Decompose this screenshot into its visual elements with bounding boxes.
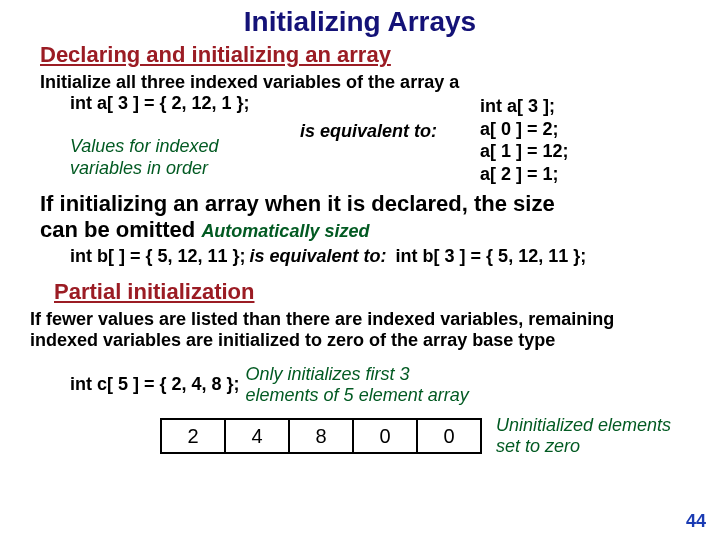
example-1-code: int a[ 3 ] = { 2, 12, 1 }; — [40, 93, 300, 114]
example-3-code: int c[ 5 ] = { 2, 4, 8 }; — [70, 374, 240, 395]
note-line: Values for indexed — [70, 136, 218, 156]
note-line: variables in order — [70, 158, 208, 178]
para-line: can be omitted — [40, 217, 195, 242]
note-line: elements of 5 element array — [246, 385, 469, 405]
paragraph-partial: If fewer values are listed than there ar… — [30, 309, 680, 352]
auto-sized-note: Automatically sized — [201, 221, 369, 241]
example-3-note: Only initializes first 3 elements of 5 e… — [246, 364, 469, 405]
paragraph-size-omitted: If initializing an array when it is decl… — [40, 191, 680, 244]
para-line: If initializing an array when it is decl… — [40, 191, 555, 216]
section-heading-declaring: Declaring and initializing an array — [40, 42, 680, 68]
example-1-left: int a[ 3 ] = { 2, 12, 1 }; Values for in… — [40, 93, 300, 179]
array-cell: 0 — [352, 418, 418, 454]
example-1-note: Values for indexed variables in order — [40, 136, 300, 179]
example-2-left: int b[ ] = { 5, 12, 11 }; — [70, 246, 246, 267]
note-line: set to zero — [496, 436, 580, 456]
array-cell: 8 — [288, 418, 354, 454]
code-line: a[ 2 ] = 1; — [480, 163, 680, 186]
example-2: int b[ ] = { 5, 12, 11 }; is equivalent … — [40, 246, 680, 267]
slide: Initializing Arrays Declaring and initia… — [0, 0, 720, 540]
slide-title: Initializing Arrays — [40, 6, 680, 38]
code-line: a[ 0 ] = 2; — [480, 118, 680, 141]
note-line: Uninitialized elements — [496, 415, 671, 435]
uninitialized-note: Uninitialized elements set to zero — [496, 415, 671, 456]
array-cell: 0 — [416, 418, 482, 454]
example-1-expanded: int a[ 3 ]; a[ 0 ] = 2; a[ 1 ] = 12; a[ … — [480, 93, 680, 185]
equivalent-label: is equivalent to: — [300, 93, 480, 142]
intro-text: Initialize all three indexed variables o… — [40, 72, 680, 93]
array-cells-row: 2 4 8 0 0 Uninitialized elements set to … — [40, 415, 680, 456]
note-line: Only initializes first 3 — [246, 364, 410, 384]
code-line: int a[ 3 ]; — [480, 95, 680, 118]
code-line: a[ 1 ] = 12; — [480, 140, 680, 163]
page-number: 44 — [686, 511, 706, 532]
example-3: int c[ 5 ] = { 2, 4, 8 }; Only initializ… — [40, 364, 680, 405]
example-2-right: int b[ 3 ] = { 5, 12, 11 }; — [396, 246, 587, 267]
equivalent-label: is equivalent to: — [250, 246, 387, 267]
array-cell: 4 — [224, 418, 290, 454]
example-1: int a[ 3 ] = { 2, 12, 1 }; Values for in… — [40, 93, 680, 185]
section-heading-partial: Partial initialization — [54, 279, 680, 305]
array-cell: 2 — [160, 418, 226, 454]
